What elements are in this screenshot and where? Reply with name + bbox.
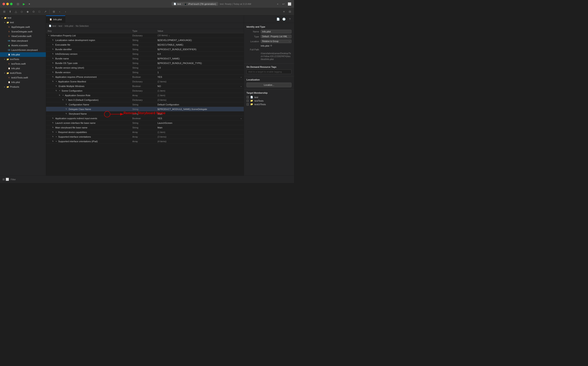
target-checkbox-testuitests[interactable] [246, 103, 249, 106]
plist-row-info-version[interactable]: ⇅ InfoDictionary version String 6.0 [46, 52, 244, 56]
plist-row-scene-manifest[interactable]: ⇅ ▾ Application Scene Manifest Dictionar… [46, 79, 244, 84]
sidebar-item-testuitests-swift[interactable]: S testUITests.swift [0, 75, 46, 80]
sidebar-item-scenedelegate[interactable]: S SceneDelegate.swift [0, 29, 46, 34]
inspector-location-value[interactable]: Relative to Group ⌄ [261, 39, 292, 43]
plist-row-indirect-input[interactable]: ⇅ Application supports indirect input ev… [46, 116, 244, 121]
close-button[interactable] [2, 3, 5, 5]
inspector-clock-icon[interactable]: 🕐 [281, 17, 286, 22]
diamond-icon[interactable]: ◇ [19, 9, 24, 14]
breadcrumb-test2[interactable]: test [58, 25, 62, 27]
stepper-config-name[interactable]: ⇅ [64, 103, 68, 106]
stepper-launch-screen[interactable]: ⇅ [51, 121, 55, 125]
plist-row-delegate-class[interactable]: ⇅ Delegate Class Name String $(PRODUCT_M… [46, 107, 244, 112]
sidebar-group-testuitests[interactable]: ▾ 📁 testUITests [0, 71, 46, 75]
sidebar-item-appdelegate[interactable]: S AppDelegate.swift [0, 25, 46, 29]
plist-row-orientations[interactable]: ⇅ ▸ Supported interface orientations Arr… [46, 135, 244, 139]
stepper-bundle-id[interactable]: ⇅ [51, 48, 55, 51]
expand-info-icon[interactable]: ▾ [48, 35, 50, 37]
debug-icon[interactable]: ⊙ [31, 9, 36, 14]
plist-row-session-role[interactable]: ⇅ ▾ Application Session Role Array (1 it… [46, 93, 244, 98]
forward-icon[interactable]: › [63, 9, 68, 14]
expand-required-caps-icon[interactable]: ▸ [55, 131, 57, 133]
cursor-icon[interactable]: ↗ [43, 9, 48, 14]
sidebar-toggle-icon[interactable]: ⊟ [16, 2, 20, 6]
stepper-delegate-class[interactable]: ⇅ [64, 107, 68, 111]
sidebar-item-infoplist[interactable]: 📋 Info.plist [0, 52, 46, 57]
inspector-type-value[interactable]: Default - Property List XML ⌄ [261, 35, 292, 38]
sidebar-item-testtests-plist[interactable]: 📋 Info.plist [0, 66, 46, 71]
plist-row-scene-config[interactable]: ⇅ ▾ Scene Configuration Dictionary (1 it… [46, 88, 244, 93]
stepper-bundle-name[interactable]: ⇅ [51, 57, 55, 60]
sidebar-group-testtests[interactable]: ▾ 📁 testTests [0, 57, 46, 61]
inspector-help-icon[interactable]: ? [287, 17, 292, 22]
sidebar-root[interactable]: ▾ 📁 test [0, 15, 46, 20]
stepper-main-storyboard[interactable]: ⇅ [51, 126, 55, 129]
stepper-item0[interactable]: ⇅ [61, 98, 64, 102]
plist-row-storyboard-name[interactable]: ⇅ Storyboard Name String Main [46, 112, 244, 116]
target-checkbox-testtests[interactable] [246, 99, 249, 102]
plist-row-bundle-version[interactable]: ⇅ Bundle version String 1 [46, 70, 244, 75]
plist-row-bundle-id[interactable]: ⇅ Bundle identifier String $(PRODUCT_BUN… [46, 47, 244, 52]
share-icon[interactable]: ⬆ [8, 9, 13, 14]
stepper-scene-manifest[interactable]: ⇅ [51, 80, 55, 83]
stepper-info-version[interactable]: ⇅ [51, 52, 55, 56]
stepper-bundle-os[interactable]: ⇅ [51, 61, 55, 65]
sidebar-item-assets[interactable]: ◉ Assets.xcassets [0, 43, 46, 48]
plist-row-iphone-env[interactable]: ⇅ Application requires iPhone environmen… [46, 75, 244, 79]
sidebar-group-products[interactable]: ▸ 📁 Products [0, 84, 46, 89]
plist-row-required-caps[interactable]: ⇅ ▸ Required device capabilities Array (… [46, 130, 244, 135]
filter-button[interactable]: ⊞ ⬜ [2, 178, 9, 181]
tab-infoplist[interactable]: 📋 Info.plist [46, 15, 65, 23]
stepper-storyboard-name[interactable]: ⇅ [64, 112, 68, 115]
plist-row-localization[interactable]: ⇅ Localization native development region… [46, 38, 244, 42]
expand-orientations-ipad-icon[interactable]: ▸ [55, 140, 57, 142]
grid-icon[interactable]: ⊞ [2, 9, 7, 14]
expand-orientations-icon[interactable]: ▸ [55, 136, 57, 138]
plist-row-bundle-version-short[interactable]: ⇅ Bundle version string (short) String 1… [46, 65, 244, 70]
inspector-file-icon[interactable]: 📄 [276, 17, 281, 22]
stepper-indirect-input[interactable]: ⇅ [51, 117, 55, 120]
shape-icon[interactable]: □ [37, 9, 42, 14]
back-icon[interactable]: ‹ [57, 9, 62, 14]
enter-full-screen-icon[interactable]: ↩ [281, 2, 286, 6]
layout-icon[interactable]: ⊞ [51, 9, 56, 14]
breakpoint-icon[interactable]: ◆ [25, 9, 30, 14]
expand-item0-icon[interactable]: ▾ [65, 99, 67, 101]
panel-icon[interactable]: ⊟ [287, 9, 292, 14]
sidebar-item-testtests-swift[interactable]: S testTests.swift [0, 61, 46, 66]
localize-button[interactable]: Localize... [246, 83, 292, 87]
plist-row-item0[interactable]: ⇅ ▾ Item 0 (Default Configuration) Dicti… [46, 98, 244, 102]
stepper-session-role[interactable]: ⇅ [58, 94, 61, 97]
stepper-bundle-version[interactable]: ⇅ [51, 71, 55, 74]
warning-icon[interactable]: △ [13, 9, 18, 14]
stepper-orientations[interactable]: ⇅ [51, 135, 55, 138]
stepper-required-caps[interactable]: ⇅ [51, 130, 55, 134]
stepper-executable[interactable]: ⇅ [51, 43, 55, 46]
plist-row-orientations-ipad[interactable]: ⇅ ▸ Supported interface orientations (iP… [46, 139, 244, 144]
plist-row-bundle-os[interactable]: ⇅ Bundle OS Type code String $(PRODUCT_B… [46, 61, 244, 65]
minimize-button[interactable] [6, 3, 9, 5]
sidebar-item-launchscreen[interactable]: SB LaunchScreen.storyboard [0, 48, 46, 52]
inspector-name-value[interactable]: Info.plist [261, 30, 292, 33]
sidebar-item-testuitests-plist[interactable]: 📋 Info.plist [0, 80, 46, 84]
stepper-bundle-version-short[interactable]: ⇅ [51, 66, 55, 69]
breadcrumb-selection[interactable]: No Selection [76, 25, 88, 27]
stepper-scene-config[interactable]: ⇅ [55, 89, 58, 92]
sidebar-item-viewcontroller[interactable]: S ViewController.swift [0, 34, 46, 38]
plist-row-launch-screen[interactable]: ⇅ Launch screen interface file base name… [46, 121, 244, 125]
expand-session-role-icon[interactable]: ▾ [62, 94, 64, 96]
breadcrumb-test1[interactable]: test [52, 25, 56, 27]
stepper-iphone-env[interactable]: ⇅ [51, 75, 55, 79]
expand-scene-config-icon[interactable]: ▾ [59, 90, 61, 92]
stepper-orientations-ipad[interactable]: ⇅ [51, 140, 55, 143]
target-checkbox-test[interactable] [246, 96, 249, 99]
plist-row-info-property-list[interactable]: ▾ Information Property List Dictionary (… [46, 33, 244, 38]
expand-scene-manifest-icon[interactable]: ▾ [55, 81, 57, 83]
add-icon[interactable]: + [276, 2, 280, 6]
stop-button[interactable]: ■ [27, 2, 32, 6]
stepper-multiple-windows[interactable]: ⇅ [55, 84, 58, 88]
plist-row-bundle-name[interactable]: ⇅ Bundle name String $(PRODUCT_NAME) [46, 56, 244, 61]
device-selector[interactable]: 📄 test › 📱 iPod touch (7th generation) [172, 2, 218, 6]
breadcrumb-infoplist[interactable]: Info.plist [65, 25, 73, 27]
run-button[interactable]: ▶ [22, 2, 26, 6]
